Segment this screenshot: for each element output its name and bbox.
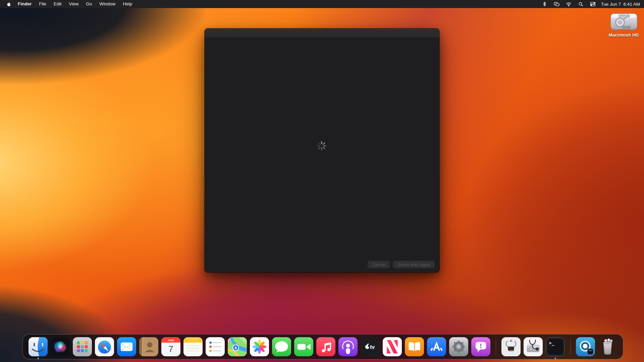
menu-window[interactable]: Window (96, 0, 119, 8)
calendar-day-label: 7 (168, 344, 173, 354)
menu-bar-clock[interactable]: Tue Jun 7 6:41 AM (599, 2, 644, 7)
dock-icon-system-information[interactable] (501, 337, 521, 356)
menu-edit[interactable]: Edit (50, 0, 65, 8)
wifi-icon[interactable] (562, 0, 575, 8)
menu-bar-status: Tue Jun 7 6:41 AM (538, 0, 644, 8)
dock-icon-safari[interactable] (95, 337, 114, 356)
dialog-actions: Cancel Share with Apple (368, 261, 435, 268)
desktop-icon-label: Macintosh HD (608, 33, 639, 38)
dock-icon-photos[interactable] (250, 337, 269, 356)
dock-icon-app-store[interactable] (427, 337, 446, 356)
dock-icon-launchpad[interactable] (73, 337, 92, 356)
menu-file[interactable]: File (35, 0, 50, 8)
menu-bar-left: Finder File Edit View Go Window Help (0, 0, 136, 8)
menu-go[interactable]: Go (82, 0, 96, 8)
dock-icon-notes[interactable] (183, 337, 203, 356)
dock-icon-trash[interactable] (598, 337, 617, 356)
menu-bar: Finder File Edit View Go Window Help (0, 0, 644, 8)
share-dialog: Cancel Share with Apple (205, 28, 439, 273)
dock-icon-podcasts[interactable] (338, 337, 358, 356)
dock-icon-facetime[interactable] (294, 337, 313, 356)
apple-logo-icon (6, 1, 11, 7)
calendar-month-label: JUN (168, 339, 174, 342)
dialog-titlebar[interactable] (205, 28, 439, 38)
dock-icon-finder[interactable] (29, 337, 48, 356)
desktop: Finder File Edit View Go Window Help (0, 0, 644, 362)
dock-icon-calendar[interactable]: JUN 7 (161, 337, 180, 356)
dock-icon-books[interactable] (405, 337, 424, 356)
dock-icon-tv[interactable]: tv (361, 337, 380, 356)
search-icon[interactable] (575, 0, 587, 8)
dock-icon-screen-sharing[interactable] (576, 337, 595, 356)
dock: JUN 7 (22, 334, 623, 359)
dock-icon-disk-utility[interactable] (524, 337, 543, 356)
dock-separator (570, 339, 571, 355)
cancel-button[interactable]: Cancel (368, 261, 390, 268)
dock-icon-siri[interactable] (51, 337, 70, 356)
screen-mirroring-icon[interactable] (550, 0, 562, 8)
dock-icon-maps[interactable] (228, 337, 247, 356)
hard-drive-icon (610, 11, 638, 32)
menu-help[interactable]: Help (119, 0, 136, 8)
dock-icon-contacts[interactable] (139, 337, 158, 356)
dock-icon-messages[interactable] (272, 337, 291, 356)
menu-view[interactable]: View (65, 0, 82, 8)
dock-icon-reminders[interactable] (206, 337, 225, 356)
dock-separator (496, 339, 496, 355)
control-center-icon[interactable] (587, 0, 599, 8)
tv-label: tv (370, 344, 375, 350)
loading-spinner (317, 141, 326, 150)
apple-menu[interactable] (3, 0, 14, 8)
dock-icon-mail[interactable] (117, 337, 136, 356)
dock-icon-music[interactable] (316, 337, 335, 356)
dock-icon-system-settings[interactable] (449, 337, 468, 356)
terminal-prompt-glyph: >_ (549, 341, 554, 346)
dock-icon-terminal[interactable]: >_ (546, 337, 565, 356)
share-with-apple-button[interactable]: Share with Apple (393, 261, 435, 268)
dock-icon-feedback-assistant[interactable] (471, 337, 490, 356)
dock-icon-news[interactable] (383, 337, 402, 356)
menu-app-name[interactable]: Finder (14, 0, 35, 8)
desktop-icon-macintosh-hd[interactable]: Macintosh HD (603, 11, 644, 38)
bluetooth-icon[interactable] (538, 0, 550, 8)
